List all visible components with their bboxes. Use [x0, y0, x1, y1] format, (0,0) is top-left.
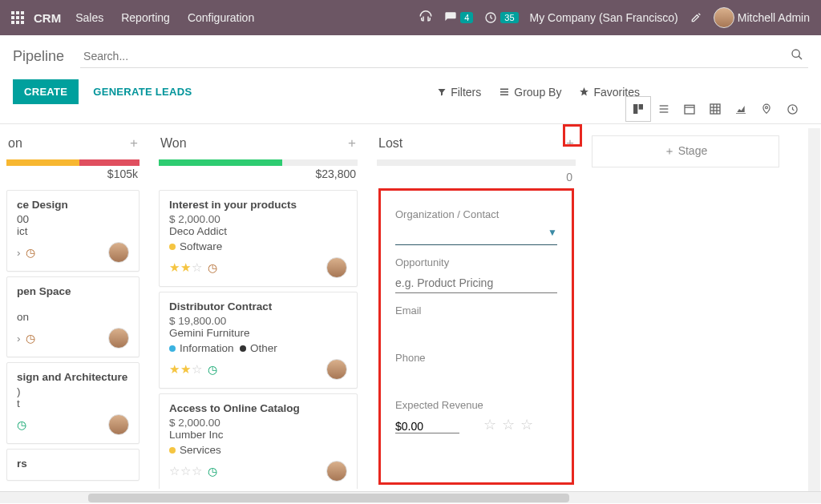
phone-label: Phone [395, 352, 557, 364]
stage-title-partial: on [8, 136, 22, 151]
card-tags: Software [169, 240, 347, 252]
stage-title-won[interactable]: Won [160, 136, 187, 151]
svg-rect-6 [639, 104, 643, 110]
generate-leads-button[interactable]: GENERATE LEADS [93, 86, 192, 98]
clock-icon[interactable]: ◷ [208, 363, 217, 376]
user-menu[interactable]: Mitchell Admin [714, 7, 810, 28]
user-name: Mitchell Admin [738, 11, 810, 24]
stage-total-lost: 0 [374, 171, 579, 183]
clock-icon[interactable]: ◷ [26, 332, 35, 345]
card-title: rs [17, 458, 129, 470]
voip-icon[interactable] [419, 10, 433, 25]
avatar[interactable] [108, 242, 129, 263]
groupby-button[interactable]: Group By [499, 86, 561, 99]
card-company: Lumber Inc [169, 429, 347, 441]
svg-rect-5 [633, 104, 637, 114]
svg-rect-10 [685, 105, 694, 114]
card-company: Deco Addict [169, 225, 347, 237]
priority-stars[interactable]: ☆ ☆ ☆ [483, 416, 534, 433]
view-map[interactable] [754, 96, 779, 122]
card-amount: $ 2,000.00 [169, 213, 347, 225]
card-amount: $ 19,800.00 [169, 315, 347, 327]
card-title: Access to Online Catalog [169, 402, 347, 414]
card-line: ict [17, 225, 129, 237]
card-line: on [17, 311, 129, 323]
avatar[interactable] [108, 414, 129, 435]
view-kanban[interactable] [625, 96, 651, 122]
view-graph[interactable] [728, 96, 754, 122]
filters-label: Filters [451, 86, 481, 99]
clock-icon[interactable]: ◷ [17, 418, 26, 431]
messages-menu[interactable]: 4 [444, 11, 473, 24]
chevron-right-icon: › [17, 333, 21, 345]
scrollbar-vertical[interactable] [808, 128, 820, 497]
add-stage-button[interactable]: ＋ Stage [592, 135, 779, 167]
clock-icon[interactable]: ◷ [26, 246, 35, 259]
messages-count: 4 [460, 12, 473, 23]
opportunity-input[interactable] [395, 273, 557, 293]
organization-input[interactable] [395, 225, 557, 245]
clock-icon[interactable]: ◷ [208, 261, 217, 274]
email-input[interactable] [395, 321, 557, 341]
priority-stars[interactable]: ★★☆ [169, 362, 203, 377]
scrollbar-horizontal[interactable] [0, 491, 821, 503]
stage-add-partial[interactable]: + [130, 135, 138, 151]
card-line: 00 [17, 213, 129, 225]
stage-total-partial: $105k [3, 167, 143, 185]
priority-stars[interactable]: ★★☆ [169, 260, 203, 275]
filters-button[interactable]: Filters [437, 86, 481, 99]
card-title: Distributor Contract [169, 300, 347, 312]
avatar[interactable] [326, 461, 347, 482]
card-tags: Information Other [169, 342, 347, 354]
revenue-input[interactable] [395, 420, 459, 433]
kanban-card[interactable]: Access to Online Catalog $ 2,000.00 Lumb… [159, 393, 358, 489]
apps-icon[interactable] [11, 11, 24, 24]
stage-total-won: $23,800 [156, 167, 361, 185]
view-activity[interactable] [779, 96, 805, 122]
highlight-lost-plus [563, 124, 582, 147]
kanban-card[interactable]: Interest in your products $ 2,000.00 Dec… [159, 190, 358, 287]
kanban-card[interactable]: sign and Architecture ) t ◷ [6, 362, 140, 444]
card-amount: $ 2,000.00 [169, 417, 347, 429]
card-title: sign and Architecture [17, 371, 129, 383]
stage-add-won[interactable]: + [348, 135, 356, 151]
svg-point-17 [766, 107, 768, 109]
email-label: Email [395, 304, 557, 317]
phone-input[interactable] [395, 369, 557, 388]
avatar[interactable] [326, 359, 347, 380]
wrench-icon[interactable] [690, 11, 702, 24]
svg-rect-4 [500, 94, 508, 95]
dropdown-caret-icon[interactable]: ▼ [548, 227, 557, 238]
nav-sales[interactable]: Sales [75, 11, 103, 24]
view-list[interactable] [651, 96, 677, 122]
clock-icon[interactable]: ◷ [208, 465, 217, 478]
kanban-card[interactable]: ce Design 00 ict ›◷ [6, 190, 140, 272]
card-title: ce Design [17, 199, 129, 211]
card-title: Interest in your products [169, 199, 347, 211]
nav-configuration[interactable]: Configuration [188, 11, 254, 24]
create-button[interactable]: CREATE [13, 79, 79, 104]
nav-reporting[interactable]: Reporting [121, 11, 170, 24]
search-icon[interactable] [791, 48, 803, 61]
page-title: Pipeline [13, 48, 64, 65]
card-tags: Services [169, 444, 347, 456]
activities-count: 35 [500, 12, 518, 23]
add-stage-label: Stage [678, 144, 708, 157]
avatar[interactable] [108, 328, 129, 349]
plus-icon: ＋ [664, 144, 678, 157]
chevron-right-icon: › [17, 247, 21, 259]
card-company: Gemini Furniture [169, 327, 347, 339]
avatar[interactable] [326, 257, 347, 278]
kanban-card[interactable]: rs [6, 449, 140, 481]
stage-title-lost[interactable]: Lost [378, 136, 402, 151]
app-brand[interactable]: CRM [34, 11, 61, 25]
company-switcher[interactable]: My Company (San Francisco) [530, 11, 678, 24]
view-pivot[interactable] [702, 96, 728, 122]
priority-stars[interactable]: ☆☆☆ [169, 464, 203, 478]
view-calendar[interactable] [677, 96, 702, 122]
kanban-card[interactable]: pen Space on ›◷ [6, 276, 140, 357]
kanban-card[interactable]: Distributor Contract $ 19,800.00 Gemini … [159, 292, 358, 389]
card-line: t [17, 397, 129, 409]
search-input[interactable] [80, 45, 808, 68]
activities-menu[interactable]: 35 [484, 11, 518, 24]
